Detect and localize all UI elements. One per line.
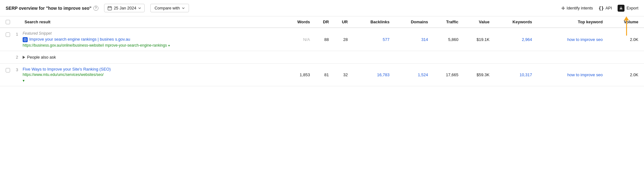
top-keyword-header: Top keyword [535, 16, 606, 28]
row-1-words: N/A [282, 28, 313, 51]
row-1-num: 1 [13, 28, 23, 51]
row-2-backlinks [351, 51, 393, 64]
row-2-domains [393, 51, 431, 64]
select-all-checkbox[interactable] [6, 20, 10, 24]
featured-snippet-label: Featured Snippet [23, 31, 279, 36]
row-2-ur [332, 51, 351, 64]
row-1-url: https://business.gov.au/online/business-… [23, 43, 279, 48]
row-1-domains-link[interactable]: 314 [421, 37, 428, 42]
row-1-volume: 2.0K [606, 28, 644, 51]
row-1-traffic: 5,860 [431, 28, 461, 51]
date-label: 25 Jan 2024 [114, 6, 136, 10]
dr-header: DR [313, 16, 332, 28]
toolbar-right: ✛ Identify intents {} API Export [561, 5, 638, 12]
identify-label: Identify intents [567, 6, 593, 10]
identify-intents-button[interactable]: ✛ Identify intents [561, 6, 593, 11]
people-also-ask-label: People also ask [23, 55, 279, 60]
row-2-result-cell: People also ask [23, 51, 282, 64]
row-3-value: $59.3K [462, 64, 493, 86]
row-3-url-dropdown-icon[interactable]: ▾ [23, 78, 25, 83]
row-3-top-keyword: how to improve seo [535, 64, 606, 86]
row-1-backlinks: 577 [351, 28, 393, 51]
row-3-title-link[interactable]: Five Ways to Improve your Site's Ranking… [23, 67, 279, 71]
top-bar: SERP overview for "how to improve seo" ?… [0, 0, 644, 16]
api-button[interactable]: {} API [599, 6, 612, 11]
crosshair-icon: ✛ [561, 6, 565, 11]
api-label: API [605, 6, 612, 10]
volume-header: Volume [606, 16, 644, 28]
expand-icon[interactable] [23, 56, 25, 59]
svg-rect-0 [108, 7, 112, 10]
row-3-backlinks: 16,783 [351, 64, 393, 86]
row-2-top-keyword [535, 51, 606, 64]
row-1-ur: 28 [332, 28, 351, 51]
row-1-dr: 88 [313, 28, 332, 51]
page-type-icon [23, 37, 28, 42]
serp-overview-table: Search result Words DR UR Backlinks Doma… [0, 16, 644, 86]
row-1-value: $19.1K [462, 28, 493, 51]
calendar-icon [108, 6, 112, 10]
row-3-words: 1,853 [282, 64, 313, 86]
row-1-backlinks-link[interactable]: 577 [383, 37, 390, 42]
row-3-result-cell: Five Ways to Improve your Site's Ranking… [23, 64, 282, 86]
row-3-traffic: 17,665 [431, 64, 461, 86]
row-3-volume: 2.0K [606, 64, 644, 86]
traffic-header: Traffic [431, 16, 461, 28]
compare-with-button[interactable]: Compare with [150, 4, 189, 12]
row-1-title-link[interactable]: Improve your search engine rankings | bu… [23, 37, 279, 42]
num-header [13, 16, 23, 28]
table-row: 2 People also ask [0, 51, 644, 64]
help-icon[interactable]: ? [93, 6, 98, 11]
row-3-checkbox[interactable] [6, 68, 10, 72]
row-1-checkbox[interactable] [6, 32, 10, 37]
export-button[interactable]: Export [618, 5, 638, 12]
api-icon: {} [599, 6, 604, 11]
compare-label: Compare with [154, 6, 180, 10]
table-header-row: Search result Words DR UR Backlinks Doma… [0, 16, 644, 28]
row-3-dr: 81 [313, 64, 332, 86]
row-3-keywords: 10,317 [493, 64, 535, 86]
export-icon [618, 5, 625, 12]
row-1-domains: 314 [393, 28, 431, 51]
row-3-keywords-link[interactable]: 10,317 [519, 72, 532, 77]
row-2-value [462, 51, 493, 64]
backlinks-header: Backlinks [351, 16, 393, 28]
row-3-domains: 1,524 [393, 64, 431, 86]
row-3-backlinks-link[interactable]: 16,783 [377, 72, 390, 77]
row-3-checkbox-cell [0, 64, 13, 86]
table-row: 3 Five Ways to Improve your Site's Ranki… [0, 64, 644, 86]
url-dropdown-icon[interactable]: ▾ [168, 44, 170, 47]
table-container: Search result Words DR UR Backlinks Doma… [0, 16, 644, 86]
row-3-domains-link[interactable]: 1,524 [418, 72, 428, 77]
row-2-num: 2 [13, 51, 23, 64]
words-header: Words [282, 16, 313, 28]
row-2-keywords [493, 51, 535, 64]
row-1-checkbox-cell [0, 28, 13, 51]
row-1-top-keyword: how to improve seo [535, 28, 606, 51]
row-2-dr [313, 51, 332, 64]
row-1-keywords: 2,964 [493, 28, 535, 51]
ur-header: UR [332, 16, 351, 28]
row-2-checkbox-cell [0, 51, 13, 64]
row-1-result-cell: Featured Snippet Improve your search eng… [23, 28, 282, 51]
row-1-top-keyword-link[interactable]: how to improve seo [567, 37, 603, 42]
chevron-down-icon [138, 7, 141, 10]
date-picker-button[interactable]: 25 Jan 2024 [104, 4, 145, 12]
row-3-url: https://www.mtu.edu/umc/services/website… [23, 72, 279, 77]
row-3-ur: 32 [332, 64, 351, 86]
row-2-volume [606, 51, 644, 64]
select-all-header [0, 16, 13, 28]
domains-header: Domains [393, 16, 431, 28]
row-3-top-keyword-link[interactable]: how to improve seo [567, 72, 603, 77]
row-1-keywords-link[interactable]: 2,964 [522, 37, 532, 42]
value-header: Value [462, 16, 493, 28]
page-title: SERP overview for "how to improve seo" ? [6, 6, 98, 11]
row-2-words [282, 51, 313, 64]
svg-rect-6 [24, 38, 26, 41]
keywords-header: Keywords [493, 16, 535, 28]
search-result-header: Search result [23, 16, 282, 28]
table-row: 1 Featured Snippet Improve your search e… [0, 28, 644, 51]
export-label: Export [626, 6, 638, 10]
chevron-down-icon [182, 7, 185, 10]
row-2-traffic [431, 51, 461, 64]
